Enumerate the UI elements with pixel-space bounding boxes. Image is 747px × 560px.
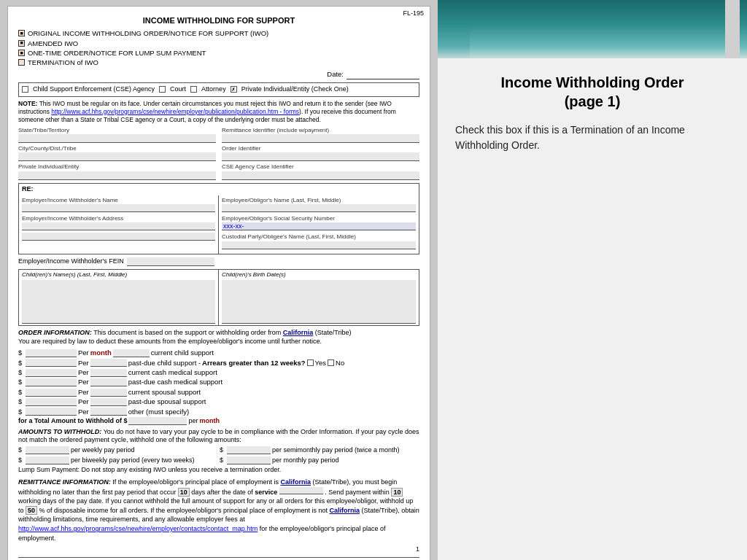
field-private: Private Individual/Entity bbox=[18, 163, 216, 179]
pay-biweekly-input[interactable] bbox=[26, 456, 69, 464]
remittance-text1: If the employee/obligor's principal plac… bbox=[112, 478, 279, 486]
amount-field-6[interactable] bbox=[26, 398, 77, 406]
remittance-text3: days after the date of bbox=[191, 489, 253, 496]
field-order-id-input[interactable] bbox=[222, 152, 419, 161]
period-field-3[interactable] bbox=[90, 369, 127, 377]
remittance-text4: . Send payment within bbox=[325, 489, 390, 496]
amount-field-1[interactable] bbox=[26, 349, 77, 357]
custodial-name-input[interactable] bbox=[222, 241, 416, 249]
checkbox-original[interactable]: ■ ORIGINAL INCOME WITHHOLDING ORDER/NOTI… bbox=[18, 28, 419, 38]
page-number: 1 bbox=[18, 545, 419, 554]
employee-name-input[interactable] bbox=[222, 204, 416, 212]
desc-5: current spousal support bbox=[128, 388, 201, 397]
month-label-1: month bbox=[90, 349, 112, 357]
remittance-link[interactable]: http://www.acf.hhs.gov/programs/cse/newh… bbox=[18, 525, 258, 532]
re-section: RE: Employer/Income Withholder's Name Em… bbox=[18, 183, 419, 254]
period-field-1[interactable] bbox=[113, 349, 150, 357]
checkbox-amended-box[interactable]: ■ bbox=[18, 40, 25, 47]
agency-private-label: Private Individual/Entity (Check One) bbox=[241, 85, 349, 94]
order-info-text: This document is based on the support or… bbox=[93, 329, 281, 336]
info-content: Income Withholding Order (page 1) Check … bbox=[438, 58, 747, 560]
per-label-1: Per bbox=[78, 349, 89, 357]
remittance-days2: 10 bbox=[391, 488, 403, 497]
pay-monthly-label: per monthly pay period bbox=[272, 456, 339, 465]
info-description: Check this box if this is a Termination … bbox=[455, 122, 729, 153]
amount-field-3[interactable] bbox=[26, 369, 77, 377]
document-panel: FL-195 INCOME WITHHOLDING FOR SUPPORT ■ … bbox=[0, 0, 438, 560]
custodial-name-field: Custodial Party/Obligee's Name (Last, Fi… bbox=[222, 233, 416, 249]
pay-row-monthly: $ per monthly pay period bbox=[220, 456, 419, 465]
amount-field-4[interactable] bbox=[26, 378, 77, 386]
employer-address-input2[interactable] bbox=[22, 233, 215, 241]
field-remittance-input[interactable] bbox=[222, 134, 419, 143]
checkbox-amended-label: AMENDED IWO bbox=[28, 39, 78, 48]
employer-name-input[interactable] bbox=[22, 204, 215, 212]
agency-court-checkbox[interactable] bbox=[159, 86, 166, 93]
fein-input[interactable] bbox=[127, 257, 214, 266]
desc-4: past-due cash medical support bbox=[128, 378, 222, 386]
children-names-input[interactable] bbox=[22, 280, 215, 324]
pay-semimonthly-label: per semimonthly pay period (twice a mont… bbox=[272, 446, 400, 455]
pay-weekly-input[interactable] bbox=[26, 446, 69, 454]
payment-row-2: $ Per past-due child support - Arrears g… bbox=[18, 359, 419, 368]
fein-label: Employer/Income Withholder's FEIN bbox=[18, 257, 124, 266]
checkbox-original-box[interactable]: ■ bbox=[18, 30, 25, 36]
checkbox-amended[interactable]: ■ AMENDED IWO bbox=[18, 39, 419, 48]
period-field-2[interactable] bbox=[90, 359, 127, 367]
form-title: INCOME WITHHOLDING FOR SUPPORT bbox=[18, 15, 419, 26]
field-cse-case-input[interactable] bbox=[222, 171, 419, 180]
address-fields: State/Tribe/Territory Remittance Identif… bbox=[18, 127, 419, 180]
field-city-input[interactable] bbox=[18, 152, 216, 161]
desc-1: current child support bbox=[151, 349, 214, 357]
employer-info: Employer/Income Withholder's Name Employ… bbox=[19, 195, 219, 254]
field-state-input[interactable] bbox=[18, 134, 216, 143]
amount-field-2[interactable] bbox=[26, 359, 77, 367]
amount-field-5[interactable] bbox=[26, 389, 77, 397]
info-title: Income Withholding Order (page 1) bbox=[455, 73, 729, 111]
checkbox-onetime-box[interactable]: ■ bbox=[18, 50, 25, 56]
date-row: Date: bbox=[18, 70, 419, 79]
period-field-5[interactable] bbox=[90, 389, 127, 397]
period-field-4[interactable] bbox=[90, 378, 127, 386]
checkbox-original-label: ORIGINAL INCOME WITHHOLDING ORDER/NOTICE… bbox=[28, 28, 268, 38]
teal-header-bar bbox=[438, 0, 747, 58]
field-private-input[interactable] bbox=[18, 171, 216, 180]
period-field-7[interactable] bbox=[90, 408, 127, 416]
employer-address-field: Employer/Income Withholder's Address bbox=[22, 215, 215, 241]
employer-address-input[interactable] bbox=[22, 222, 215, 230]
children-names-col: Child(ren)'s Name(s) (Last, First, Middl… bbox=[19, 270, 219, 325]
employee-ssn-input[interactable]: xxx-xx- bbox=[222, 222, 416, 230]
checkbox-termination[interactable]: TERMINATION of IWO bbox=[18, 58, 419, 67]
children-section: Child(ren)'s Name(s) (Last, First, Middl… bbox=[18, 269, 419, 326]
note-link[interactable]: http://www.acf.hhs.gov/programs/cse/newh… bbox=[51, 108, 299, 115]
no-checkbox[interactable] bbox=[328, 359, 334, 366]
agency-cse-checkbox[interactable] bbox=[22, 86, 28, 93]
yes-checkbox[interactable] bbox=[307, 359, 314, 366]
gray-stripe bbox=[725, 0, 740, 58]
total-amount-input[interactable] bbox=[128, 417, 187, 425]
pay-row-weekly: $ per weekly pay period bbox=[18, 446, 218, 455]
agency-private-checkbox[interactable]: ✗ bbox=[231, 86, 237, 93]
date-field[interactable] bbox=[347, 71, 419, 79]
doc-tracking: Document Tracking Identifier bbox=[18, 557, 419, 560]
period-field-6[interactable] bbox=[90, 398, 127, 406]
employee-ssn-field: Employee/Obligor's Social Security Numbe… bbox=[222, 215, 416, 231]
form-page: FL-195 INCOME WITHHOLDING FOR SUPPORT ■ … bbox=[7, 6, 430, 560]
checkbox-onetime[interactable]: ■ ONE-TIME ORDER/NOTICE FOR LUMP SUM PAY… bbox=[18, 48, 419, 58]
remittance-service-input[interactable] bbox=[279, 487, 323, 494]
amount-field-7[interactable] bbox=[26, 408, 77, 416]
amounts-title: AMOUNTS TO WITHHOLD: bbox=[18, 428, 101, 435]
checkbox-termination-box[interactable] bbox=[18, 59, 25, 66]
children-dob-input[interactable] bbox=[222, 280, 416, 324]
employee-name-field: Employee/Obligor's Name (Last, First, Mi… bbox=[222, 197, 416, 213]
pay-semimonthly-input[interactable] bbox=[227, 446, 271, 454]
desc-7: other (must specify) bbox=[128, 408, 189, 416]
agency-court-label: Court bbox=[170, 85, 186, 94]
total-row: for a Total Amount to Withhold of $ per … bbox=[18, 417, 419, 426]
children-names-label: Child(ren)'s Name(s) (Last, First, Middl… bbox=[22, 271, 215, 279]
children-dob-col: Child(ren)'s Birth Date(s) bbox=[219, 270, 419, 325]
payment-row-1: $ Per month current child support bbox=[18, 349, 419, 357]
pay-monthly-input[interactable] bbox=[227, 456, 271, 464]
agency-attorney-checkbox[interactable] bbox=[190, 86, 197, 93]
remittance-percent: 50 bbox=[26, 506, 37, 515]
